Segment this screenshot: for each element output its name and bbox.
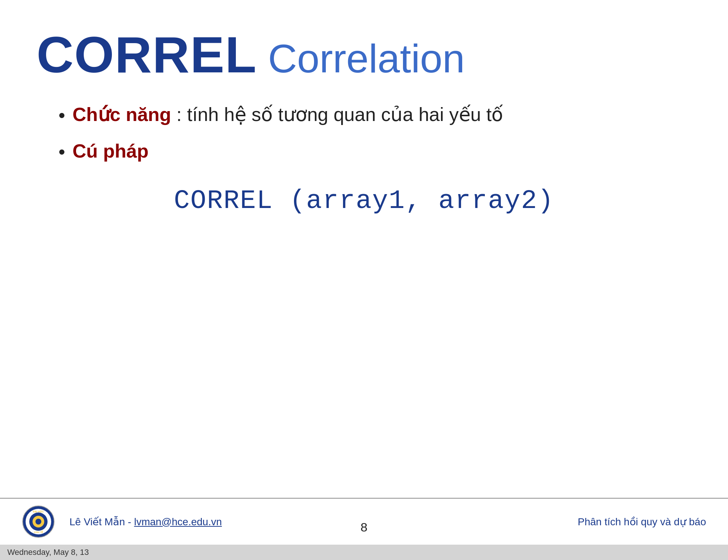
footer-author[interactable]: Lê Viết Mẫn - lvman@hce.edu.vn	[69, 516, 381, 528]
bullet-dot-2: •	[59, 140, 65, 164]
bullet-label-2: Cú pháp	[72, 140, 148, 162]
footer-course: Phân tích hồi quy và dự báo	[395, 516, 706, 528]
footer-bar: ĐẠI HỌC KINH TẾ Lê Viết Mẫn - lvman@hce.…	[0, 498, 728, 545]
university-logo-icon: ĐẠI HỌC KINH TẾ	[22, 505, 55, 538]
title-correlation: Correlation	[268, 38, 465, 79]
title-correl: CORREL	[37, 29, 257, 80]
slide: CORREL Correlation • Chức năng : tính hệ…	[0, 0, 728, 545]
footer-page: 8	[361, 520, 367, 534]
bullet-text-1: : tính hệ số tương quan của hai yếu tố	[171, 104, 503, 125]
syntax-text: CORREL (array1, array2)	[174, 186, 554, 216]
footer-logo: ĐẠI HỌC KINH TẾ	[22, 505, 55, 538]
author-name: Lê Viết Mẫn -	[69, 516, 134, 527]
taskbar-date: Wednesday, May 8, 13	[7, 548, 89, 557]
taskbar: Wednesday, May 8, 13	[0, 545, 728, 560]
list-item: • Cú pháp	[59, 139, 691, 164]
list-item: • Chức năng : tính hệ số tương quan của …	[59, 102, 691, 128]
bullet-content-2: Cú pháp	[72, 139, 148, 164]
bullet-content-1: Chức năng : tính hệ số tương quan của ha…	[72, 102, 503, 127]
bullet-list: • Chức năng : tính hệ số tương quan của …	[59, 102, 691, 164]
bullet-dot-1: •	[59, 103, 65, 128]
bullet-label-1: Chức năng	[72, 104, 171, 125]
svg-point-4	[35, 519, 41, 525]
svg-text:ĐẠI HỌC: ĐẠI HỌC	[33, 510, 44, 513]
title-line: CORREL Correlation	[37, 29, 691, 80]
syntax-block: CORREL (array1, array2)	[37, 186, 691, 216]
author-email[interactable]: lvman@hce.edu.vn	[134, 516, 222, 527]
slide-content: CORREL Correlation • Chức năng : tính hệ…	[0, 0, 728, 216]
